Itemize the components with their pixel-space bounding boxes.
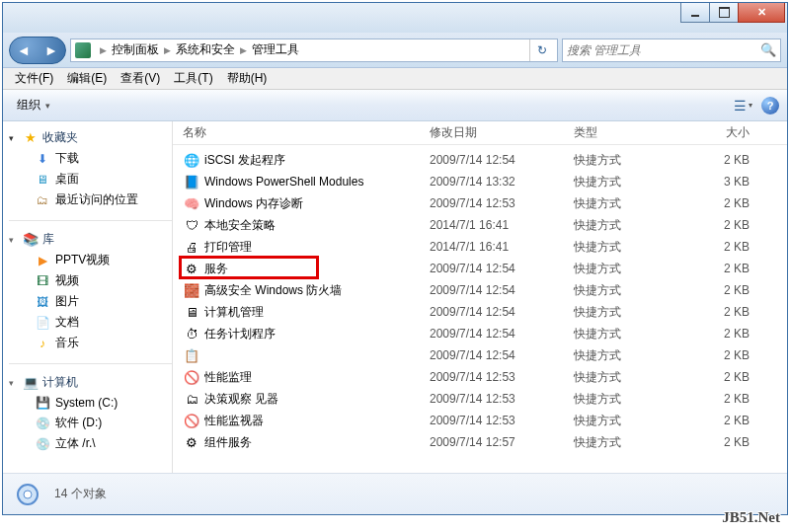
status-text: 14 个对象 [54, 486, 107, 502]
file-type: 快捷方式 [574, 369, 702, 386]
file-icon: 🖨 [183, 239, 200, 255]
sidebar-header-computer[interactable]: ▾ 💻 计算机 [9, 372, 172, 393]
file-size: 3 KB [702, 175, 761, 189]
breadcrumb[interactable]: ▶ 控制面板 ▶ 系统和安全 ▶ 管理工具 ↻ [70, 38, 558, 62]
file-row[interactable]: 🚫性能监视器2009/7/14 12:53快捷方式2 KB [173, 410, 787, 431]
sidebar-item-label: System (C:) [55, 396, 118, 410]
sidebar-label: 计算机 [42, 374, 78, 391]
file-row[interactable]: 🗂决策观察 见器2009/7/14 12:53快捷方式2 KB [173, 388, 787, 410]
file-size: 2 KB [702, 283, 761, 297]
sidebar-item-other-drive[interactable]: 💿立体 /r.\ [9, 433, 172, 454]
breadcrumb-item[interactable]: 控制面板 [112, 41, 159, 58]
search-input[interactable] [567, 43, 760, 57]
file-row[interactable]: 🧠Windows 内存诊断2009/7/14 12:53快捷方式2 KB [173, 192, 787, 214]
sidebar-header-libraries[interactable]: ▾ 📚 库 [9, 229, 172, 250]
file-list[interactable]: 🌐iSCSI 发起程序2009/7/14 12:54快捷方式2 KB📘Windo… [173, 145, 787, 473]
file-icon: 📘 [183, 174, 200, 190]
organize-button[interactable]: 组织 [11, 93, 56, 117]
sidebar-item-documents[interactable]: 📄文档 [9, 312, 172, 333]
sidebar-item-music[interactable]: ♪音乐 [9, 333, 172, 353]
menu-help[interactable]: 帮助(H) [221, 68, 274, 89]
sidebar-item-label: 音乐 [55, 335, 79, 351]
file-row[interactable]: 🧱高级安全 Windows 防火墙2009/7/14 12:54快捷方式2 KB [173, 279, 787, 301]
file-date: 2009/7/14 12:54 [430, 283, 574, 297]
file-size: 2 KB [702, 392, 761, 406]
menu-file[interactable]: 文件(F) [9, 68, 59, 89]
menu-view[interactable]: 查看(V) [115, 68, 166, 89]
chevron-right-icon: ▶ [164, 45, 171, 55]
file-row[interactable]: 🖥计算机管理2009/7/14 12:54快捷方式2 KB [173, 301, 787, 323]
sidebar-item-label: 软件 (D:) [55, 415, 102, 431]
sidebar-item-downloads[interactable]: ⬇下载 [9, 148, 172, 169]
file-row[interactable]: ⏱任务计划程序2009/7/14 12:54快捷方式2 KB [173, 323, 787, 344]
maximize-button[interactable] [709, 3, 739, 23]
column-size[interactable]: 大小 [702, 124, 761, 141]
sidebar-header-favorites[interactable]: ▾ ★ 收藏夹 [9, 127, 172, 148]
menu-tools[interactable]: 工具(T) [168, 68, 218, 89]
organize-label: 组织 [17, 97, 40, 114]
picture-icon: 🖼 [35, 294, 50, 310]
sidebar-item-videos[interactable]: 🎞视频 [9, 270, 172, 291]
drive-icon: 💿 [35, 436, 50, 452]
sidebar-item-label: 最近访问的位置 [55, 191, 138, 208]
file-row[interactable]: ⚙组件服务2009/7/14 12:57快捷方式2 KB [173, 431, 787, 453]
sidebar-item-d-drive[interactable]: 💿软件 (D:) [9, 413, 172, 433]
file-size: 2 KB [702, 153, 761, 167]
file-type: 快捷方式 [574, 434, 702, 451]
view-options-button[interactable]: ☰ [732, 96, 753, 115]
sidebar-item-desktop[interactable]: 🖥桌面 [9, 169, 172, 190]
column-date[interactable]: 修改日期 [430, 124, 574, 141]
sidebar-item-label: 视频 [55, 272, 79, 289]
file-icon: 🧱 [183, 282, 200, 298]
search-icon: 🔍 [760, 42, 776, 57]
sidebar-item-pptv[interactable]: ▶PPTV视频 [9, 250, 172, 270]
command-bar: 组织 ☰ ? [3, 90, 787, 121]
back-icon: ◄ [17, 42, 31, 58]
file-size: 2 KB [702, 305, 761, 319]
sidebar-label: 库 [42, 231, 54, 248]
column-type[interactable]: 类型 [574, 124, 702, 141]
recent-icon: 🗂 [35, 192, 50, 208]
drive-icon: 💿 [35, 416, 50, 431]
file-name: iSCSI 发起程序 [204, 152, 430, 169]
sidebar-item-recent[interactable]: 🗂最近访问的位置 [9, 190, 172, 210]
sidebar-item-pictures[interactable]: 🖼图片 [9, 291, 172, 312]
breadcrumb-item[interactable]: 管理工具 [252, 41, 299, 58]
file-date: 2009/7/14 12:54 [430, 348, 574, 362]
file-type: 快捷方式 [574, 304, 702, 321]
divider [9, 363, 172, 364]
file-date: 2009/7/14 12:54 [430, 305, 574, 319]
refresh-button[interactable]: ↻ [529, 39, 553, 61]
file-row[interactable]: 📘Windows PowerShell Modules2009/7/14 13:… [173, 171, 787, 192]
file-row[interactable]: 🚫性能监理2009/7/14 12:53快捷方式2 KB [173, 366, 787, 388]
breadcrumb-item[interactable]: 系统和安全 [176, 41, 235, 58]
file-row[interactable]: ⚙服务2009/7/14 12:54快捷方式2 KB [173, 258, 787, 279]
file-row[interactable]: 🖨打印管理2014/7/1 16:41快捷方式2 KB [173, 236, 787, 258]
collapse-icon: ▾ [9, 235, 19, 245]
sidebar-group-libraries: ▾ 📚 库 ▶PPTV视频 🎞视频 🖼图片 📄文档 ♪音乐 [9, 229, 172, 353]
search-box[interactable]: 🔍 [562, 38, 781, 62]
download-icon: ⬇ [35, 151, 50, 167]
sidebar-item-label: 文档 [55, 314, 79, 331]
window-controls [681, 3, 785, 23]
file-row[interactable]: 🛡本地安全策略2014/7/1 16:41快捷方式2 KB [173, 214, 787, 236]
close-button[interactable] [738, 3, 785, 23]
column-name[interactable]: 名称 [183, 124, 430, 141]
sidebar-item-c-drive[interactable]: 💾System (C:) [9, 393, 172, 413]
file-row[interactable]: 📋2009/7/14 12:54快捷方式2 KB [173, 344, 787, 366]
help-button[interactable]: ? [761, 97, 779, 114]
video-icon: 🎞 [35, 273, 50, 289]
file-row[interactable]: 🌐iSCSI 发起程序2009/7/14 12:54快捷方式2 KB [173, 149, 787, 171]
nav-back-forward[interactable]: ◄ ► [9, 37, 66, 64]
file-icon: 🌐 [183, 152, 200, 168]
file-date: 2009/7/14 12:53 [430, 196, 574, 210]
desktop-icon: 🖥 [35, 172, 50, 188]
file-size: 2 KB [702, 370, 761, 384]
column-headers: 名称 修改日期 类型 大小 [173, 121, 787, 145]
document-icon: 📄 [35, 315, 50, 331]
file-icon: ⚙ [183, 434, 200, 450]
minimize-button[interactable] [680, 3, 710, 23]
file-size: 2 KB [702, 327, 761, 341]
menu-edit[interactable]: 编辑(E) [61, 68, 113, 89]
file-icon: 🛡 [183, 217, 200, 233]
